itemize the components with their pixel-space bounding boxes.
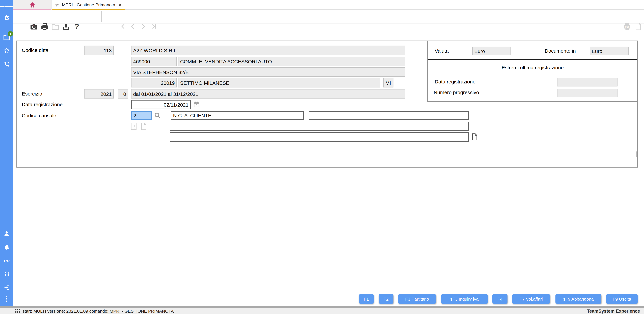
documento-in-label: Documento in	[545, 46, 576, 56]
estremi-data-registrazione-label: Data registrazione	[435, 77, 476, 86]
f2-button[interactable]: F2	[379, 294, 394, 304]
folder-icon[interactable]	[51, 22, 59, 30]
estremi-data-registrazione-field	[557, 78, 618, 86]
tab-bar: ☆ MPRI - Gestione Primanota ✕	[14, 0, 644, 10]
f1-button[interactable]: F1	[359, 294, 374, 304]
notification-badge: 1	[8, 31, 13, 36]
nav-last-icon[interactable]	[150, 22, 158, 30]
codice-causale-label: Codice causale	[22, 111, 56, 120]
causale-code-input[interactable]: 2	[131, 111, 152, 120]
pdf-print-icon[interactable]: PDF	[623, 22, 631, 30]
camera-icon[interactable]	[30, 22, 38, 30]
activity-code-field: 469000	[131, 57, 177, 66]
codice-ditta-label: Codice ditta	[22, 45, 48, 55]
app-window: ts 1 ec	[0, 0, 644, 314]
app-grid-icon[interactable]	[16, 309, 20, 313]
f7-vol-affari-button[interactable]: F7 Vol.affari	[512, 294, 550, 304]
esercizio-label: Esercizio	[22, 89, 42, 98]
f3-partitario-button[interactable]: F3 Partitario	[398, 294, 436, 304]
tab-title: MPRI - Gestione Primanota	[62, 2, 115, 7]
sf3-inquiry-iva-button[interactable]: sF3 Inquiry iva	[441, 294, 488, 304]
nav-next-icon[interactable]	[140, 22, 148, 30]
help-icon[interactable]: ?	[73, 22, 81, 30]
numero-progressivo-label: Numero progressivo	[434, 88, 479, 97]
attachment-document-icon[interactable]	[472, 133, 478, 141]
home-icon	[29, 2, 36, 8]
upload-icon[interactable]	[62, 22, 70, 30]
blank-document-icon[interactable]	[140, 122, 147, 130]
teamsystem-logo[interactable]: ts	[0, 13, 14, 22]
tab-home[interactable]	[14, 0, 51, 10]
address-field: VIA STEPHENSON 32/E	[131, 67, 405, 77]
documento-in-field: Euro	[590, 46, 628, 55]
data-registrazione-label: Data registrazione	[22, 100, 62, 109]
document-icon[interactable]	[634, 22, 642, 30]
sf9-abbandona-button[interactable]: sF9 Abbandona	[556, 294, 602, 304]
toolbar-divider	[101, 11, 102, 22]
sidebar: ts 1 ec	[0, 0, 14, 306]
cap-field: 20019	[131, 78, 177, 87]
bell-icon[interactable]	[0, 244, 14, 250]
svg-text:3: 3	[196, 104, 197, 107]
toolbar: ? PDF	[14, 10, 644, 23]
numero-progressivo-field	[557, 89, 618, 97]
calendar-icon[interactable]: 3	[193, 101, 200, 108]
f9-uscita-button[interactable]: F9 Uscita	[606, 294, 638, 304]
print-icon[interactable]	[40, 22, 49, 30]
city-field: SETTIMO MILANESE	[178, 78, 380, 87]
status-text: start: MULTI versione: 2021.01.09 comand…	[22, 309, 174, 314]
tab-mpri-gestione-primanota[interactable]: ☆ MPRI - Gestione Primanota ✕	[51, 0, 125, 10]
more-dots-icon[interactable]	[0, 296, 14, 302]
company-name-field: A2Z WORLD S.R.L.	[131, 45, 405, 55]
user-icon[interactable]	[0, 230, 14, 237]
data-registrazione-input[interactable]: 02/11/2021	[131, 100, 191, 109]
company-code-field: 113	[84, 45, 114, 55]
vertical-scrollbar-thumb[interactable]	[636, 151, 637, 157]
list-note-icon[interactable]	[130, 122, 137, 130]
causale-description-field[interactable]: N.C. A CLIENTE	[171, 111, 304, 120]
note-field-2[interactable]	[170, 132, 469, 142]
valuta-panel: Valuta Euro Documento in Euro Estremi ul…	[427, 41, 637, 102]
province-field: MI	[384, 78, 394, 87]
nav-first-icon[interactable]	[118, 22, 126, 30]
nav-prev-icon[interactable]	[129, 22, 137, 30]
ec-logo[interactable]: ec	[0, 257, 14, 264]
status-bar: start: MULTI versione: 2021.01.09 comand…	[0, 308, 644, 314]
search-icon[interactable]	[154, 112, 162, 120]
phone-icon[interactable]	[0, 61, 14, 67]
star-icon[interactable]	[0, 47, 14, 54]
teamsystem-experience-brand: TeamSystem Experience	[587, 309, 640, 314]
estremi-section-title: Estremi ultima registrazione	[428, 65, 637, 70]
valuta-label: Valuta	[435, 46, 448, 56]
esercizio-year-field: 2021	[84, 89, 114, 98]
horizontal-scrollbar[interactable]	[0, 306, 644, 308]
panel-divider	[428, 59, 637, 60]
primanota-form: Codice ditta Esercizio Data registrazion…	[16, 40, 638, 168]
svg-text:PDF: PDF	[625, 26, 630, 28]
menu-icon[interactable]	[0, 4, 14, 9]
valuta-field: Euro	[472, 46, 511, 55]
exit-icon[interactable]	[0, 284, 14, 291]
esercizio-period-field: dal 01/01/2021 al 31/12/2021	[131, 89, 405, 98]
causale-extra-field[interactable]	[308, 111, 469, 120]
folder-icon[interactable]: 1	[0, 33, 14, 40]
f4-button[interactable]: F4	[492, 294, 508, 304]
activity-description-field: COMM. E VENDITA ACCESSORI AUTO	[178, 57, 405, 66]
close-icon[interactable]: ✕	[118, 2, 122, 7]
favorite-star-icon[interactable]: ☆	[55, 2, 59, 7]
esercizio-sub-field: 0	[118, 89, 128, 98]
note-field-1[interactable]	[170, 122, 469, 131]
headset-icon[interactable]	[0, 271, 14, 277]
